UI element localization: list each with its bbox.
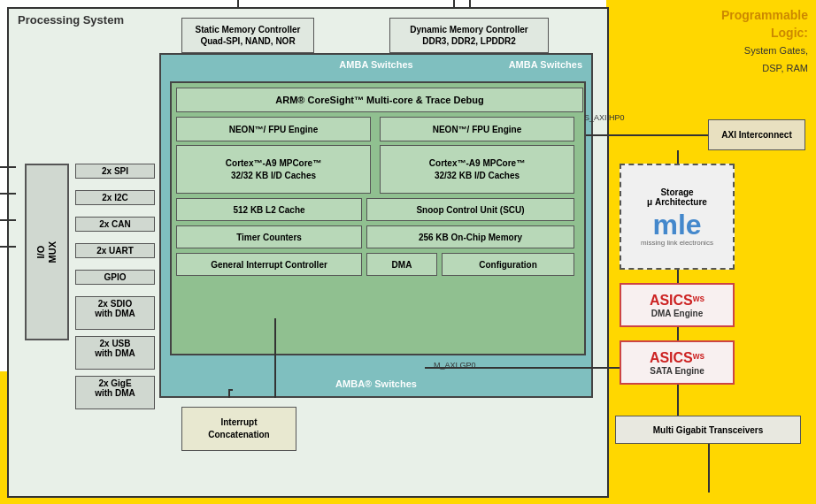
asics-dma-label: DMA Engine <box>650 309 704 318</box>
arrow-left-1 <box>0 166 16 168</box>
axi-interconnect-box: AXI Interconnect <box>708 119 805 150</box>
dynamic-memory-line2: DDR3, DDR2, LPDDR2 <box>422 35 516 47</box>
arrow-left-4 <box>0 246 16 248</box>
asics-sata-box: ASICSws SATA Engine <box>620 340 735 385</box>
cortex-left-box: Cortex™-A9 MPCore™32/32 KB I/D Caches <box>176 145 371 194</box>
static-memory-line2: Quad-SPI, NAND, NOR <box>200 35 295 47</box>
l2-cache-box: 512 KB L2 Cache <box>176 198 362 221</box>
config-box: Configuration <box>442 253 574 276</box>
dma-box: DMA <box>366 253 437 276</box>
multi-gigabit-label: Multi Gigabit Transceivers <box>653 425 763 435</box>
arrow-dynamic-up1 <box>453 0 455 9</box>
config-label: Configuration <box>479 260 537 270</box>
arrow-dynamic-up2 <box>469 0 471 9</box>
saxi-label: S_AXI HP0 <box>584 113 625 122</box>
processing-system-label: Processing System <box>18 13 124 27</box>
static-memory-line1: Static Memory Controller <box>196 24 301 35</box>
arm-coresight-box: ARM® CoreSight™ Multi-core & Trace Debug <box>176 88 583 112</box>
interrupt-concat-box: InterruptConcatenation <box>181 407 296 451</box>
l2-cache-label: 512 KB L2 Cache <box>233 205 304 215</box>
arrow-axi-down <box>677 150 679 164</box>
io-mux-box: I/OMUX <box>25 164 69 340</box>
arrow-dma-sata <box>677 327 679 340</box>
multi-gigabit-box: Multi Gigabit Transceivers <box>615 416 801 444</box>
neon-right-box: NEON™/ FPU Engine <box>380 117 574 141</box>
asics-dma-content: ASICSws DMA Engine <box>650 293 704 318</box>
arrow-ic-h <box>228 389 233 391</box>
mle-logo: mle <box>652 210 701 239</box>
arrow-left-3 <box>0 219 16 221</box>
storage-arch-label: Storageμ Architecture <box>647 187 707 207</box>
peripheral-spi: 2x SPI <box>75 164 155 179</box>
storage-arch-box: Storageμ Architecture mle missing link e… <box>620 164 735 270</box>
processing-system-box: Processing System I/OMUX 2x SPI 2x I2C 2… <box>7 7 609 498</box>
timer-counters-label: Timer Counters <box>236 233 302 242</box>
static-memory-box: Static Memory Controller Quad-SPI, NAND,… <box>181 18 314 53</box>
arrow-left-2 <box>0 193 16 195</box>
cortex-right-box: Cortex™-A9 MPCore™32/32 KB I/D Caches <box>380 145 574 194</box>
timer-counters-box: Timer Counters <box>176 225 362 248</box>
peripheral-can: 2x CAN <box>75 217 155 232</box>
peripheral-sdio: 2x SDIOwith DMA <box>75 296 155 330</box>
pl-title: ProgrammableLogic: <box>721 8 808 40</box>
general-interrupt-label: General Interrupt Controller <box>211 260 327 270</box>
dynamic-memory-box: Dynamic Memory Controller DDR3, DDR2, LP… <box>389 18 549 53</box>
amba-switches-top-right-label: AMBA Switches <box>509 59 582 70</box>
neon-left-label: NEON™/ FPU Engine <box>229 125 319 134</box>
peripheral-i2c: 2x I2C <box>75 190 155 205</box>
onchip-memory-label: 256 KB On-Chip Memory <box>419 233 522 242</box>
scu-box: Snoop Control Unit (SCU) <box>366 198 574 221</box>
mle-sublabel: missing link electronics <box>641 239 713 247</box>
axi-interconnect-label: AXI Interconnect <box>721 130 791 140</box>
peripheral-uart: 2x UART <box>75 243 155 258</box>
cortex-right-label: Cortex™-A9 MPCore™32/32 KB I/D Caches <box>429 157 525 182</box>
neon-left-box: NEON™/ FPU Engine <box>176 117 371 141</box>
arrow-amba-axi <box>586 134 708 136</box>
onchip-memory-box: 256 KB On-Chip Memory <box>366 225 574 248</box>
arrow-static-up <box>237 0 239 9</box>
peripheral-gige: 2x GigEwith DMA <box>75 376 155 409</box>
scu-label: Snoop Control Unit (SCU) <box>416 205 524 215</box>
asics-dma-box: ASICSws DMA Engine <box>620 283 735 327</box>
cortex-left-label: Cortex™-A9 MPCore™32/32 KB I/D Caches <box>226 157 321 182</box>
io-mux-label: I/OMUX <box>35 241 58 263</box>
pl-subtitle: System Gates,DSP, RAM <box>744 45 808 73</box>
amba-switches-top-left-label: AMBA Switches <box>339 59 412 70</box>
peripheral-usb: 2x USBwith DMA <box>75 336 155 370</box>
arm-coresight-label: ARM® CoreSight™ Multi-core & Trace Debug <box>275 95 483 105</box>
arrow-storage-dma <box>677 270 679 283</box>
arrow-green-ic <box>274 318 276 398</box>
amba-bottom-label: AMBA® Switches <box>335 378 417 389</box>
interrupt-concat-label: InterruptConcatenation <box>208 416 269 441</box>
asics-sata-label: SATA Engine <box>650 366 704 376</box>
asics-dma-brand: ASICSws <box>650 293 704 309</box>
arrow-maxi <box>425 367 620 369</box>
amba-outer-box: AMBA Switches AMBA Switches ARM® CoreSig… <box>159 53 593 398</box>
dma-label: DMA <box>392 260 412 270</box>
asics-sata-content: ASICSws SATA Engine <box>650 350 704 376</box>
neon-right-label: NEON™/ FPU Engine <box>433 125 522 134</box>
programmable-logic-label: ProgrammableLogic: System Gates,DSP, RAM <box>611 7 812 76</box>
main-container: Processing System I/OMUX 2x SPI 2x I2C 2… <box>0 0 816 504</box>
dynamic-memory-line1: Dynamic Memory Controller <box>410 24 527 35</box>
general-interrupt-box: General Interrupt Controller <box>176 253 362 276</box>
asics-sata-brand: ASICSws <box>650 350 704 366</box>
inner-green-box: ARM® CoreSight™ Multi-core & Trace Debug… <box>170 81 586 355</box>
arrow-mgb-up <box>708 444 710 493</box>
peripheral-gpio: GPIO <box>75 270 155 285</box>
arrow-sata-mgb <box>677 385 679 416</box>
